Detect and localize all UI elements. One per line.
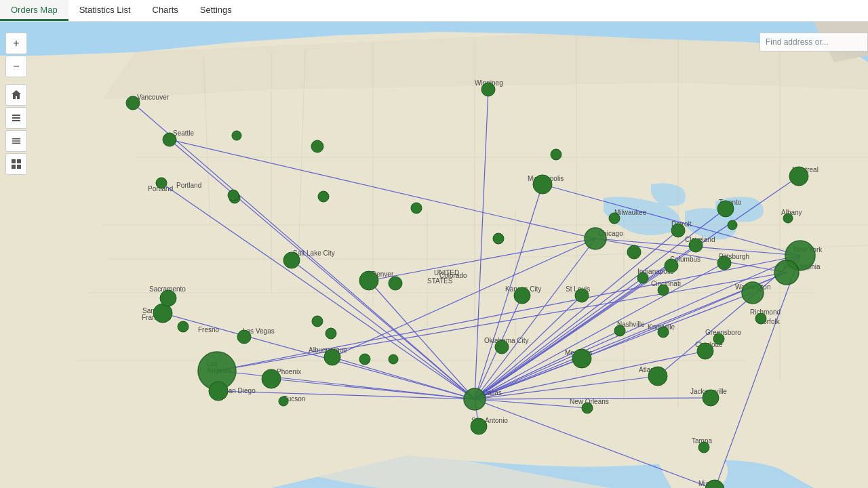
svg-point-146 [572, 349, 591, 368]
svg-text:Milwaukee: Milwaukee [614, 209, 647, 216]
list-view-button[interactable] [5, 107, 27, 129]
svg-point-147 [614, 325, 625, 336]
svg-point-121 [126, 96, 140, 110]
svg-rect-178 [12, 120, 20, 121]
svg-text:Vancouver: Vancouver [137, 94, 170, 101]
svg-text:STATES: STATES [427, 277, 453, 285]
svg-rect-180 [12, 140, 20, 142]
menu-button[interactable] [5, 130, 27, 152]
svg-point-170 [493, 233, 504, 244]
svg-point-131 [324, 349, 340, 365]
tab-bar: Orders Map Statistics List Charts Settin… [0, 0, 868, 22]
svg-point-157 [783, 214, 793, 223]
svg-rect-184 [12, 165, 16, 169]
svg-point-123 [156, 178, 167, 188]
svg-point-140 [514, 287, 530, 304]
svg-point-152 [689, 239, 703, 252]
svg-point-171 [627, 245, 641, 259]
svg-text:Portland: Portland [176, 182, 201, 189]
svg-point-145 [575, 289, 589, 302]
svg-rect-177 [12, 117, 20, 119]
tab-charts[interactable]: Charts [142, 0, 189, 21]
svg-point-155 [728, 220, 737, 230]
svg-point-141 [495, 340, 509, 354]
svg-point-119 [585, 228, 606, 249]
svg-point-159 [658, 327, 669, 338]
zoom-out-button[interactable]: − [5, 56, 27, 77]
svg-rect-185 [17, 165, 21, 169]
grid-button[interactable] [5, 153, 27, 175]
svg-point-154 [717, 201, 734, 217]
zoom-in-button[interactable]: + [5, 33, 27, 54]
svg-point-136 [232, 131, 241, 140]
svg-point-132 [359, 271, 378, 290]
svg-point-137 [228, 190, 239, 201]
svg-text:Seattle: Seattle [173, 129, 195, 137]
svg-point-139 [389, 277, 402, 290]
svg-point-172 [389, 354, 398, 364]
svg-point-126 [178, 321, 189, 332]
svg-point-142 [471, 418, 487, 434]
svg-point-130 [279, 396, 288, 406]
svg-rect-179 [12, 138, 20, 140]
tab-statistics-list[interactable]: Statistics List [68, 0, 142, 21]
svg-point-161 [703, 390, 719, 406]
svg-text:Salt Lake City: Salt Lake City [293, 249, 335, 257]
svg-point-148 [637, 272, 648, 283]
svg-point-127 [209, 382, 228, 401]
svg-text:Fresno: Fresno [198, 326, 220, 333]
svg-point-174 [312, 316, 323, 327]
svg-point-133 [283, 252, 300, 268]
map-toolbar: + − [5, 33, 27, 175]
home-button[interactable] [5, 84, 27, 106]
svg-point-151 [671, 224, 685, 237]
svg-point-122 [163, 133, 176, 146]
svg-point-167 [755, 313, 766, 324]
svg-point-160 [648, 367, 667, 386]
svg-point-168 [551, 149, 561, 160]
svg-point-120 [742, 282, 764, 304]
svg-point-149 [665, 259, 678, 272]
svg-point-156 [789, 167, 808, 186]
svg-text:Phoenix: Phoenix [277, 368, 301, 375]
svg-rect-182 [12, 159, 16, 163]
svg-point-128 [237, 330, 251, 344]
svg-point-144 [609, 213, 620, 224]
svg-point-158 [697, 343, 713, 359]
svg-text:San Diego: San Diego [224, 387, 256, 394]
svg-point-125 [160, 290, 176, 306]
svg-rect-176 [12, 115, 20, 116]
find-address-text: Find address or... [766, 37, 829, 47]
svg-rect-183 [17, 159, 21, 163]
svg-point-162 [698, 442, 709, 453]
svg-point-143 [533, 175, 552, 194]
svg-point-173 [359, 354, 370, 365]
svg-point-164 [582, 403, 593, 413]
svg-point-117 [774, 260, 799, 285]
svg-point-169 [411, 203, 422, 214]
svg-point-150 [658, 285, 669, 296]
tab-settings[interactable]: Settings [189, 0, 243, 21]
svg-point-135 [311, 140, 323, 152]
svg-point-153 [717, 256, 731, 270]
map-container: Vancouver Seattle Portland Sacramento Sa… [0, 22, 868, 488]
svg-point-118 [464, 388, 486, 410]
svg-point-166 [713, 333, 724, 344]
map-svg: Vancouver Seattle Portland Sacramento Sa… [0, 22, 868, 488]
svg-point-165 [481, 83, 495, 96]
svg-text:UNITED: UNITED [434, 269, 459, 277]
svg-rect-181 [12, 143, 20, 144]
svg-point-129 [262, 369, 281, 388]
find-address-box[interactable]: Find address or... [760, 33, 868, 52]
svg-point-138 [318, 191, 329, 202]
svg-point-175 [326, 328, 336, 339]
svg-text:Greensboro: Greensboro [705, 329, 741, 336]
svg-text:Richmond: Richmond [750, 308, 781, 316]
tab-orders-map[interactable]: Orders Map [0, 0, 68, 21]
